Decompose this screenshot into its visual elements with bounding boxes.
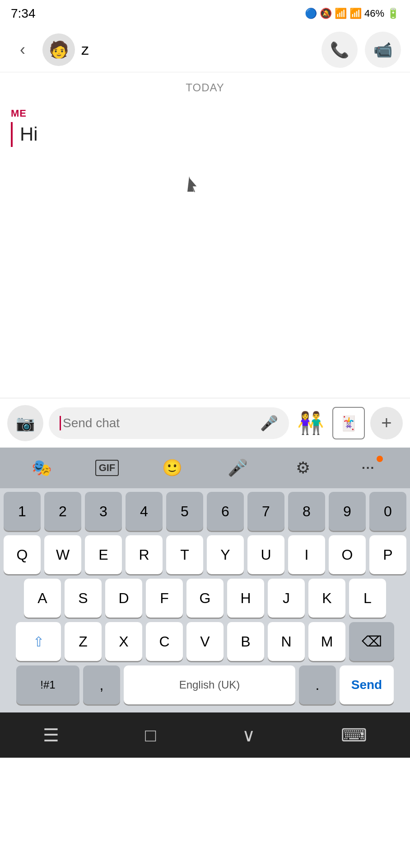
date-divider: TODAY bbox=[11, 81, 399, 94]
key-K[interactable]: K bbox=[308, 579, 345, 618]
key-U[interactable]: U bbox=[247, 535, 284, 574]
key-7[interactable]: 7 bbox=[247, 492, 284, 531]
keyboard: 🎭 GIF 🙂 🎤 ⚙ ··· 1 2 3 4 5 6 7 8 bbox=[0, 448, 410, 712]
key-W[interactable]: W bbox=[44, 535, 81, 574]
nav-menu[interactable]: ☰ bbox=[43, 725, 59, 745]
key-A[interactable]: A bbox=[24, 579, 61, 618]
toolbar: ‹ 🧑 z 📞 📹 bbox=[0, 27, 410, 72]
sticker-icon: 👫 bbox=[297, 410, 324, 436]
key-Q[interactable]: Q bbox=[4, 535, 41, 574]
period-key[interactable]: . bbox=[299, 665, 336, 704]
key-D[interactable]: D bbox=[105, 579, 142, 618]
gif-button[interactable]: GIF bbox=[89, 452, 125, 484]
video-button[interactable]: 📹 bbox=[365, 32, 401, 68]
key-X[interactable]: X bbox=[105, 622, 142, 661]
key-S[interactable]: S bbox=[65, 579, 102, 618]
keyboard-mic-icon: 🎤 bbox=[228, 458, 248, 477]
more-icon: ··· bbox=[362, 461, 375, 475]
bottom-row: !#1 , English (UK) . Send bbox=[3, 665, 407, 704]
nav-keyboard[interactable]: ⌨ bbox=[341, 725, 367, 745]
key-9[interactable]: 9 bbox=[329, 492, 366, 531]
menu-icon: ☰ bbox=[43, 725, 59, 745]
key-R[interactable]: R bbox=[126, 535, 163, 574]
sticker-tool-icon: 🎭 bbox=[32, 458, 52, 477]
video-icon: 📹 bbox=[373, 41, 392, 59]
mute-icon: 🔕 bbox=[320, 8, 332, 19]
shift-icon: ⇧ bbox=[33, 634, 44, 650]
key-T[interactable]: T bbox=[166, 535, 203, 574]
space-key[interactable]: English (UK) bbox=[124, 665, 295, 704]
card-icon: 🃏 bbox=[340, 415, 358, 432]
home-icon: □ bbox=[145, 725, 156, 745]
backspace-icon: ⌫ bbox=[362, 633, 382, 650]
key-4[interactable]: 4 bbox=[126, 492, 163, 531]
battery-percent: 46% bbox=[364, 8, 384, 19]
camera-button[interactable]: 📷 bbox=[7, 405, 43, 441]
sticker-tool-button[interactable]: 🎭 bbox=[23, 452, 60, 484]
key-Y[interactable]: Y bbox=[207, 535, 244, 574]
qwerty-row: Q W E R T Y U I O P bbox=[3, 535, 407, 574]
backspace-button[interactable]: ⌫ bbox=[349, 622, 394, 661]
avatar[interactable]: 🧑 bbox=[42, 33, 75, 66]
wifi-icon: 📶 bbox=[335, 8, 347, 19]
key-C[interactable]: C bbox=[146, 622, 183, 661]
emoji-icon: 🙂 bbox=[162, 458, 182, 477]
phone-button[interactable]: 📞 bbox=[321, 32, 358, 68]
settings-button[interactable]: ⚙ bbox=[285, 452, 321, 484]
status-icons: 🔵 🔕 📶 📶 46% 🔋 bbox=[305, 8, 399, 19]
nav-home[interactable]: □ bbox=[145, 725, 156, 745]
key-B[interactable]: B bbox=[227, 622, 264, 661]
asdf-row: A S D F G H J K L bbox=[3, 579, 407, 618]
add-button[interactable]: + bbox=[370, 407, 403, 439]
settings-icon: ⚙ bbox=[296, 458, 310, 477]
card-button[interactable]: 🃏 bbox=[332, 407, 365, 439]
key-G[interactable]: G bbox=[186, 579, 224, 618]
key-2[interactable]: 2 bbox=[44, 492, 81, 531]
mic-icon: 🎤 bbox=[260, 415, 278, 432]
key-J[interactable]: J bbox=[268, 579, 305, 618]
key-N[interactable]: N bbox=[268, 622, 305, 661]
battery-icon: 🔋 bbox=[387, 8, 399, 19]
key-P[interactable]: P bbox=[369, 535, 406, 574]
nav-back[interactable]: ∨ bbox=[242, 725, 255, 745]
emoji-button[interactable]: 🙂 bbox=[154, 452, 191, 484]
back-button[interactable]: ‹ bbox=[9, 36, 36, 63]
key-L[interactable]: L bbox=[349, 579, 386, 618]
avatar-emoji: 🧑 bbox=[42, 33, 75, 66]
key-M[interactable]: M bbox=[308, 622, 345, 661]
key-5[interactable]: 5 bbox=[166, 492, 203, 531]
message-body: Hi bbox=[11, 122, 399, 147]
contact-name[interactable]: z bbox=[81, 41, 321, 58]
send-button[interactable]: Send bbox=[340, 665, 394, 704]
key-F[interactable]: F bbox=[146, 579, 183, 618]
keyboard-mic-button[interactable]: 🎤 bbox=[219, 452, 256, 484]
phone-icon: 📞 bbox=[330, 41, 349, 59]
more-button[interactable]: ··· bbox=[350, 452, 387, 484]
symbols-button[interactable]: !#1 bbox=[16, 665, 79, 704]
key-E[interactable]: E bbox=[85, 535, 122, 574]
sticker-button[interactable]: 👫 bbox=[294, 407, 327, 439]
keyboard-rows: 1 2 3 4 5 6 7 8 9 0 Q W E R T Y U I O P … bbox=[0, 488, 410, 712]
key-6[interactable]: 6 bbox=[207, 492, 244, 531]
key-3[interactable]: 3 bbox=[85, 492, 122, 531]
key-0[interactable]: 0 bbox=[369, 492, 406, 531]
text-input-wrap[interactable]: 🎤 bbox=[49, 407, 289, 439]
bottom-nav: ☰ □ ∨ ⌨ bbox=[0, 712, 410, 758]
key-V[interactable]: V bbox=[186, 622, 224, 661]
key-O[interactable]: O bbox=[329, 535, 366, 574]
number-row: 1 2 3 4 5 6 7 8 9 0 bbox=[3, 492, 407, 531]
text-cursor bbox=[60, 416, 61, 430]
shift-button[interactable]: ⇧ bbox=[16, 622, 61, 661]
chat-input[interactable] bbox=[63, 416, 260, 430]
comma-key[interactable]: , bbox=[83, 665, 120, 704]
zxcv-row: ⇧ Z X C V B N M ⌫ bbox=[3, 622, 407, 661]
key-Z[interactable]: Z bbox=[65, 622, 102, 661]
key-1[interactable]: 1 bbox=[4, 492, 41, 531]
plus-icon: + bbox=[381, 413, 391, 433]
key-I[interactable]: I bbox=[288, 535, 325, 574]
keyboard-toolbar: 🎭 GIF 🙂 🎤 ⚙ ··· bbox=[0, 448, 410, 488]
key-H[interactable]: H bbox=[227, 579, 264, 618]
status-time: 7:34 bbox=[11, 6, 36, 21]
key-8[interactable]: 8 bbox=[288, 492, 325, 531]
bluetooth-icon: 🔵 bbox=[305, 8, 317, 19]
